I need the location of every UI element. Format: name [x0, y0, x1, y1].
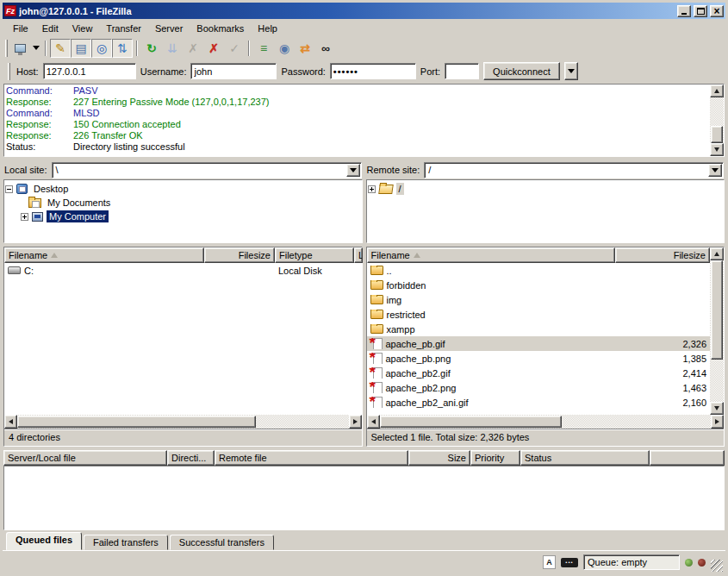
tab-queued-files[interactable]: Queued files [6, 532, 82, 550]
column-filetype[interactable]: Filetype [275, 247, 354, 263]
remote-row-img[interactable]: img [367, 292, 711, 307]
toolbar-grip [5, 40, 8, 57]
scrollbar-thumb[interactable] [711, 260, 723, 360]
local-horizontal-scrollbar[interactable] [4, 415, 362, 429]
chevron-down-icon [568, 69, 575, 73]
directory-comparison-button[interactable]: ◉ [274, 39, 295, 58]
queue-body[interactable] [3, 466, 725, 530]
remote-vertical-scrollbar[interactable] [710, 247, 724, 415]
remote-tree[interactable]: / [366, 179, 725, 243]
find-files-button[interactable]: ∞ [315, 39, 336, 58]
remote-horizontal-scrollbar[interactable] [367, 415, 725, 429]
scrollbar-thumb[interactable] [380, 416, 562, 428]
collapse-icon[interactable] [5, 185, 13, 193]
column-filesize[interactable]: Filesize [204, 247, 275, 263]
reconnect-button[interactable]: ✓ [224, 39, 245, 58]
password-input[interactable] [330, 63, 416, 79]
tab-successful-transfers[interactable]: Successful transfers [170, 535, 274, 550]
remote-row-apache-pb2-png[interactable]: apache_pb2.png 1,463 [367, 380, 711, 395]
site-manager-button[interactable] [9, 39, 30, 58]
expand-icon[interactable] [21, 213, 28, 221]
scroll-down-button[interactable] [710, 402, 724, 415]
tree-item-desktop[interactable]: Desktop [5, 182, 361, 196]
title-bar[interactable]: Fz john@127.0.0.1 - FileZilla × [3, 3, 725, 19]
site-manager-dropdown[interactable] [30, 39, 41, 58]
column-size[interactable]: Size [408, 450, 470, 466]
disconnect-button[interactable]: ✗ [203, 39, 224, 58]
site-manager-icon [15, 44, 26, 53]
remote-file-rows[interactable]: .. forbidden img restricted [367, 263, 711, 415]
remote-row-parent-dir[interactable]: .. [367, 263, 711, 278]
quickconnect-button[interactable]: Quickconnect [483, 62, 560, 80]
cancel-operation-button[interactable]: ✗ [183, 39, 203, 58]
scrollbar-thumb[interactable] [711, 126, 723, 143]
process-queue-button[interactable]: ⇊ [162, 39, 183, 58]
speed-limit-icon[interactable]: ••• [561, 558, 578, 567]
remote-row-apache-pb2-gif[interactable]: apache_pb2.gif 2,414 [367, 366, 711, 380]
image-file-icon [370, 397, 383, 408]
remote-row-xampp[interactable]: xampp [367, 322, 711, 336]
local-site-dropdown[interactable] [346, 164, 360, 177]
menu-edit[interactable]: Edit [35, 21, 65, 36]
maximize-button[interactable] [694, 5, 707, 17]
quickconnect-dropdown[interactable] [564, 62, 578, 80]
log-label: Response: [6, 119, 73, 130]
column-status[interactable]: Status [520, 450, 650, 466]
close-button[interactable]: × [710, 5, 724, 17]
column-remote-file[interactable]: Remote file [215, 450, 408, 466]
toggle-transfer-queue-button[interactable]: ⇅ [112, 39, 133, 58]
remote-row-apache-pb2-ani-gif[interactable]: apache_pb2_ani.gif 2,160 [367, 395, 711, 410]
refresh-button[interactable]: ↻ [141, 39, 162, 58]
message-log[interactable]: Command:PASV Response:227 Entering Passi… [4, 85, 710, 156]
toggle-message-log-button[interactable]: ✎ [50, 39, 71, 58]
host-input[interactable] [43, 63, 136, 79]
remote-site-combo[interactable]: / [424, 162, 724, 178]
log-scrollbar[interactable] [710, 85, 724, 156]
expand-icon[interactable] [368, 185, 376, 193]
toggle-local-tree-button[interactable]: ▤ [71, 39, 91, 58]
toolbar-separator [136, 41, 138, 56]
directory-filters-button[interactable]: ≡ [253, 39, 274, 58]
scroll-up-button[interactable] [710, 247, 724, 260]
scrollbar-thumb[interactable] [17, 416, 256, 428]
scroll-down-button[interactable] [710, 143, 724, 156]
local-row-c-drive[interactable]: C: Local Disk [4, 263, 362, 278]
transfer-type-icon[interactable]: A [543, 555, 556, 569]
minimize-button[interactable] [677, 5, 691, 17]
resize-grip[interactable] [711, 560, 723, 572]
synchronized-browsing-button[interactable]: ⇄ [295, 39, 315, 58]
column-last-modified[interactable]: L [354, 247, 363, 263]
local-site-combo[interactable]: \ [52, 162, 362, 178]
menu-server[interactable]: Server [148, 21, 190, 36]
scroll-right-button[interactable] [349, 415, 362, 429]
column-server-local-file[interactable]: Server/Local file [3, 450, 167, 466]
scroll-up-button[interactable] [710, 85, 724, 97]
column-priority[interactable]: Priority [470, 450, 520, 466]
tree-item-root[interactable]: / [368, 182, 724, 196]
local-file-rows[interactable]: C: Local Disk [4, 263, 362, 415]
menu-bookmarks[interactable]: Bookmarks [190, 21, 251, 36]
column-direction[interactable]: Directi... [167, 450, 215, 466]
menu-transfer[interactable]: Transfer [99, 21, 148, 36]
remote-row-apache-pb-png[interactable]: apache_pb.png 1,385 [367, 351, 711, 366]
scroll-right-button[interactable] [711, 415, 724, 429]
local-tree[interactable]: Desktop My Documents My Computer [3, 179, 363, 243]
tree-item-my-computer[interactable]: My Computer [5, 210, 361, 223]
username-input[interactable] [190, 63, 277, 79]
remote-site-dropdown[interactable] [708, 164, 722, 177]
tab-failed-transfers[interactable]: Failed transfers [84, 535, 168, 550]
scroll-left-button[interactable] [4, 415, 17, 429]
column-filesize[interactable]: Filesize [615, 247, 711, 263]
toggle-remote-tree-button[interactable]: ◎ [91, 39, 112, 58]
menu-help[interactable]: Help [251, 21, 284, 36]
column-filename[interactable]: Filename [4, 247, 204, 263]
column-filename[interactable]: Filename [367, 247, 615, 263]
scroll-left-button[interactable] [367, 415, 380, 429]
menu-file[interactable]: File [6, 21, 35, 36]
tree-item-my-documents[interactable]: My Documents [5, 196, 361, 210]
remote-row-forbidden[interactable]: forbidden [367, 278, 711, 292]
remote-row-restricted[interactable]: restricted [367, 307, 711, 322]
port-input[interactable] [445, 63, 479, 79]
remote-row-apache-pb-gif[interactable]: apache_pb.gif 2,326 [367, 336, 711, 351]
menu-view[interactable]: View [65, 21, 100, 36]
